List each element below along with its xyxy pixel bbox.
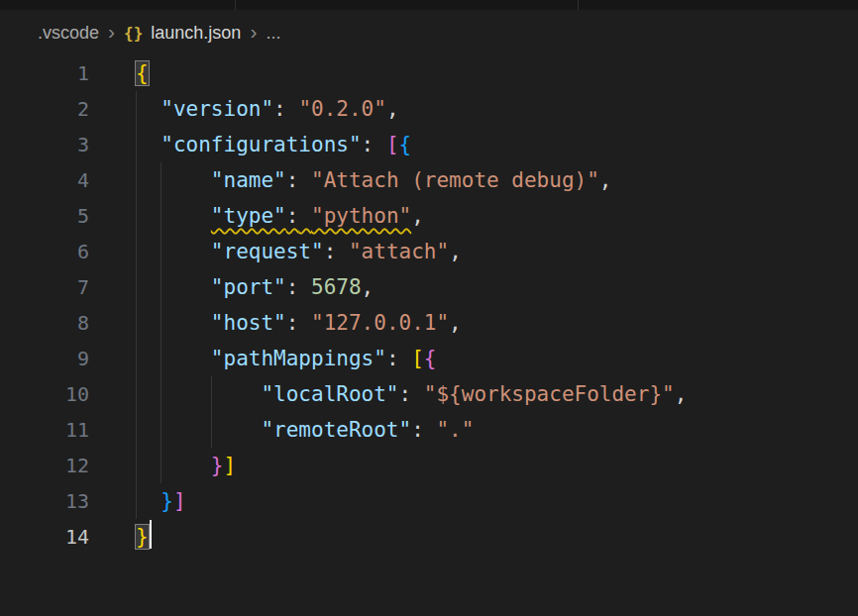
code-text: "type": "python", <box>89 198 858 234</box>
indent-guide <box>161 162 161 198</box>
code-token: , <box>411 204 424 228</box>
code-token <box>286 97 299 121</box>
code-token: : <box>411 418 424 442</box>
line-number[interactable]: 13 <box>0 483 89 519</box>
code-token: } <box>211 454 224 477</box>
indent-guide <box>211 412 212 448</box>
code-token: [ <box>411 347 424 370</box>
code-line[interactable]: 3 "configurations": [{ <box>0 127 858 162</box>
code-token: : <box>273 97 286 121</box>
code-text: "localRoot": "${workspaceFolder}", <box>89 376 858 412</box>
code-token: "0.2.0" <box>298 97 386 121</box>
line-number[interactable]: 8 <box>0 305 89 341</box>
code-token <box>424 418 437 442</box>
code-token: { <box>399 133 412 156</box>
code-text: "request": "attach", <box>89 234 858 269</box>
indent-guide <box>136 162 137 198</box>
code-line[interactable]: 12 }] <box>0 448 858 483</box>
code-token: ] <box>173 489 186 513</box>
code-line[interactable]: 8 "host": "127.0.0.1", <box>0 305 858 341</box>
code-line[interactable]: 13 }] <box>0 483 858 519</box>
code-token: "remoteRoot" <box>261 418 411 442</box>
line-number[interactable]: 7 <box>0 269 89 305</box>
code-token: "${workspaceFolder}" <box>424 382 675 406</box>
code-token: } <box>161 489 173 513</box>
line-number[interactable]: 1 <box>0 55 89 91</box>
code-token: "python" <box>311 204 411 228</box>
code-editor[interactable]: 1{2 "version": "0.2.0",3 "configurations… <box>0 55 858 555</box>
indent-guide <box>136 91 137 127</box>
line-number[interactable]: 3 <box>0 127 89 162</box>
code-line[interactable]: 6 "request": "attach", <box>0 234 858 269</box>
indent-guide <box>161 341 161 376</box>
code-token: "type" <box>211 204 286 228</box>
code-line[interactable]: 2 "version": "0.2.0", <box>0 91 858 127</box>
matched-bracket: } <box>136 525 149 549</box>
code-line[interactable]: 5 "type": "python", <box>0 198 858 234</box>
code-line[interactable]: 4 "name": "Attach (remote debug)", <box>0 162 858 198</box>
indent-guide <box>161 376 161 412</box>
code-line[interactable]: 10 "localRoot": "${workspaceFolder}", <box>0 376 858 412</box>
tab-divider <box>235 0 236 10</box>
breadcrumb-folder[interactable]: .vscode <box>38 23 99 44</box>
code-token: "127.0.0.1" <box>311 311 449 335</box>
code-token <box>336 240 349 263</box>
line-number[interactable]: 9 <box>0 341 89 376</box>
code-token: : <box>286 311 299 335</box>
code-line[interactable]: 7 "port": 5678, <box>0 269 858 305</box>
tab-strip <box>0 0 858 10</box>
code-text: { <box>89 55 858 91</box>
vscode-window: .vscode › {} launch.json › ... 1{2 "vers… <box>0 0 858 555</box>
code-token: : <box>286 204 299 228</box>
code-line[interactable]: 14} <box>0 519 858 555</box>
matched-bracket: { <box>136 61 149 85</box>
indent-guide <box>161 269 161 305</box>
code-line[interactable]: 11 "remoteRoot": "." <box>0 412 858 448</box>
code-token: , <box>675 382 688 406</box>
line-number[interactable]: 4 <box>0 162 89 198</box>
code-token <box>136 240 211 263</box>
code-token <box>136 133 161 156</box>
code-token: "name" <box>211 168 286 192</box>
code-text: "configurations": [{ <box>89 127 858 162</box>
line-number[interactable]: 6 <box>0 234 89 269</box>
code-token <box>298 311 311 335</box>
breadcrumb-file[interactable]: {} launch.json <box>124 23 241 44</box>
code-token: , <box>386 97 399 121</box>
indent-guide <box>161 412 161 448</box>
indent-guide <box>136 305 137 341</box>
line-number[interactable]: 12 <box>0 448 89 483</box>
code-text: "host": "127.0.0.1", <box>89 305 858 341</box>
code-token: : <box>362 133 375 156</box>
code-line[interactable]: 9 "pathMappings": [{ <box>0 341 858 376</box>
line-number[interactable]: 14 <box>0 519 89 555</box>
line-number[interactable]: 2 <box>0 91 89 127</box>
indent-guide <box>211 376 212 412</box>
indent-guide <box>161 198 161 234</box>
code-text: "version": "0.2.0", <box>89 91 858 127</box>
indent-guide <box>136 376 137 412</box>
code-token: : <box>286 275 299 299</box>
code-token <box>136 382 261 406</box>
code-token <box>298 168 311 192</box>
breadcrumb-more[interactable]: ... <box>266 23 280 44</box>
code-text: }] <box>89 448 858 483</box>
code-line[interactable]: 1{ <box>0 55 858 91</box>
breadcrumb: .vscode › {} launch.json › ... <box>0 10 858 55</box>
line-number[interactable]: 11 <box>0 412 89 448</box>
code-token: "version" <box>161 97 273 121</box>
indent-guide <box>136 127 137 162</box>
line-number[interactable]: 5 <box>0 198 89 234</box>
tab-divider <box>578 0 579 10</box>
code-token: "." <box>436 418 474 442</box>
chevron-right-icon: › <box>250 21 257 45</box>
code-text: } <box>89 519 858 555</box>
line-number[interactable]: 10 <box>0 376 89 412</box>
code-token: : <box>286 168 299 192</box>
code-token: "localRoot" <box>261 382 398 406</box>
code-token <box>399 347 412 370</box>
code-token <box>136 311 211 335</box>
code-token <box>298 204 311 228</box>
indent-guide <box>161 305 161 341</box>
code-token: , <box>449 311 462 335</box>
